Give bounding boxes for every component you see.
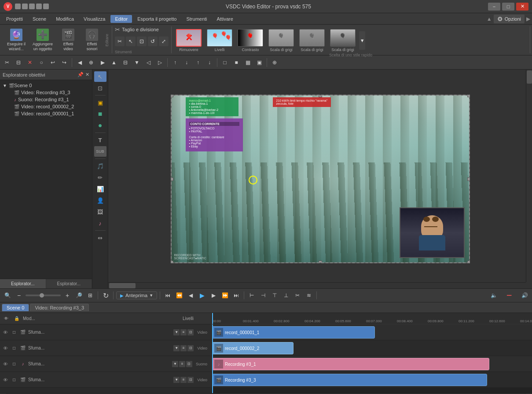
menu-attivare[interactable]: Attivare: [213, 15, 238, 23]
move-down2-button[interactable]: ↓: [204, 57, 215, 68]
track2-lock[interactable]: □: [11, 345, 18, 352]
zoom-in-button[interactable]: 🔎: [74, 291, 84, 300]
track1-ctrl2[interactable]: ≡: [180, 329, 187, 335]
tree-item-video3[interactable]: 🎬 Video: Recording #3_3: [0, 89, 92, 96]
style-scala1[interactable]: 🎈 Scala di grigi: [267, 28, 296, 53]
zoom-slider[interactable]: [26, 295, 61, 296]
menu-progetti[interactable]: Progetti: [2, 15, 27, 23]
tool-text[interactable]: T: [94, 135, 106, 145]
redo-button[interactable]: ↪: [59, 57, 70, 68]
track1-eye[interactable]: 👁: [2, 329, 9, 336]
size2-button[interactable]: ■: [231, 57, 242, 68]
move-down-button[interactable]: ↓: [181, 57, 192, 68]
skip-end-button[interactable]: ⏭: [231, 291, 241, 300]
clip-record-000001-1[interactable]: 🎬 record_000001_1: [212, 326, 375, 339]
zoom-thumb[interactable]: [40, 293, 44, 298]
style-scala2[interactable]: 🎈 Scala di grigi: [297, 28, 327, 53]
tool-subtitle[interactable]: SUB: [94, 146, 106, 157]
tool-select-button[interactable]: ✂: [115, 37, 125, 46]
track4-lock[interactable]: □: [11, 376, 18, 383]
aggiungere-oggetto-button[interactable]: ➕ Aggiungereun oggetto: [30, 27, 55, 53]
track4-ctrl2[interactable]: ≡: [180, 377, 187, 383]
maximize-button[interactable]: □: [502, 3, 514, 11]
tool-music[interactable]: ♪: [94, 218, 106, 228]
tool-image[interactable]: 🖼: [94, 206, 106, 217]
preview-scrollbar-vertical[interactable]: [526, 70, 532, 282]
sel-in-button[interactable]: ⊤: [270, 291, 279, 300]
win-control-2[interactable]: [22, 4, 28, 9]
fast-fwd-button[interactable]: ⏩: [220, 291, 230, 300]
win-control-3[interactable]: [29, 4, 35, 9]
zoom-minus-button[interactable]: −: [14, 291, 24, 300]
h-scroll-thumb[interactable]: [109, 283, 136, 288]
effetti-sonori-button[interactable]: 🎧 Effettisonori: [81, 27, 103, 53]
mark-out-button[interactable]: ⊣: [258, 291, 268, 300]
track3-lock[interactable]: □: [11, 361, 18, 368]
track2-ctrl2[interactable]: ≡: [180, 345, 187, 351]
win-control-5[interactable]: [43, 4, 49, 9]
tool-chart[interactable]: 📊: [94, 184, 106, 194]
vol-slider-area[interactable]: ━━: [500, 291, 518, 300]
style-rimuovere[interactable]: ✕ 🎈 Rimuovere: [174, 28, 203, 53]
align-left-button[interactable]: ◀: [74, 57, 85, 68]
tool-expand[interactable]: ⇔: [94, 232, 106, 243]
timeline-tab-rec33[interactable]: Video: Recording #3_3: [30, 304, 89, 311]
menu-opzioni[interactable]: ⚙ Opzioni: [494, 15, 525, 23]
clip-recording-3-1[interactable]: ♪ Recording #3_1: [212, 358, 489, 370]
minimize-button[interactable]: −: [488, 3, 500, 11]
undo-button[interactable]: ↩: [48, 57, 58, 68]
track1-ctrl3[interactable]: ⊡: [187, 329, 194, 335]
frame-fwd-button[interactable]: ▶: [209, 291, 218, 300]
v-scroll-thumb[interactable]: [527, 70, 532, 84]
style-contrasto[interactable]: 🎈 Contrasto: [236, 28, 265, 53]
track3-ctrl1[interactable]: ▼: [172, 361, 178, 367]
tool-arrow-button[interactable]: ↖: [126, 37, 136, 46]
vol-down-button[interactable]: 🔈: [489, 291, 499, 300]
track4-ctrl3[interactable]: ⊡: [187, 377, 194, 383]
playhead[interactable]: [212, 313, 213, 324]
sidebar-tab-2[interactable]: Esplorator...: [46, 279, 92, 288]
menu-esporta[interactable]: Esporta il progetto: [133, 15, 181, 23]
style-scala3[interactable]: 🎈 Scala di grigi: [328, 28, 357, 53]
track4-ctrl1[interactable]: ▼: [173, 377, 180, 383]
track1-ctrl1[interactable]: ▼: [173, 329, 180, 335]
clip-record-000002-2[interactable]: 🎬 record_000002_2: [212, 342, 294, 354]
effetti-video-button[interactable]: 🎬 Effettivideo: [57, 27, 79, 53]
close-button[interactable]: ✕: [516, 3, 528, 11]
grid-button[interactable]: ▦: [242, 57, 253, 68]
tree-item-video1[interactable]: 🎬 Video: record_000001_1: [0, 110, 92, 117]
menu-editor[interactable]: Editor: [110, 15, 132, 23]
handle-top-mid[interactable]: [319, 95, 322, 97]
align-center-button[interactable]: ⊕: [86, 57, 96, 68]
tool-audio[interactable]: 🎵: [94, 161, 106, 171]
delete-button[interactable]: ✕: [25, 57, 35, 68]
ripple-button[interactable]: ≋: [304, 291, 314, 300]
align-mid-button[interactable]: ⊟: [120, 57, 131, 68]
handle-left-mid[interactable]: [171, 177, 173, 181]
handle-bottom-right[interactable]: [467, 261, 470, 263]
win-control-4[interactable]: [36, 4, 42, 9]
skip-start-button[interactable]: ⏮: [163, 291, 172, 300]
align-right-button[interactable]: ▶: [97, 57, 108, 68]
menu-modifica[interactable]: Modifica: [51, 15, 78, 23]
align-top-button[interactable]: ▲: [109, 57, 119, 68]
size1-button[interactable]: □: [220, 57, 230, 68]
tool-pointer[interactable]: ↖: [94, 71, 106, 82]
track3-ctrl2[interactable]: ≡: [179, 361, 185, 367]
play-pause-button[interactable]: ▶: [197, 291, 207, 300]
tool-oval[interactable]: ●: [94, 120, 106, 131]
tool-green-rect[interactable]: ■: [94, 109, 106, 119]
menu-scene[interactable]: Scene: [28, 15, 51, 23]
track2-ctrl1[interactable]: ▼: [173, 345, 180, 351]
vol-up-button[interactable]: 🔊: [520, 291, 529, 300]
zoom-fit-button[interactable]: ⊞: [85, 291, 95, 300]
zoom-out-button[interactable]: 🔍: [3, 291, 12, 300]
tool-select-rect[interactable]: ⊡: [94, 83, 106, 93]
handle-right-mid[interactable]: [467, 177, 470, 181]
clip-recording-3-3[interactable]: 🎬 Recording #3_3: [212, 374, 487, 386]
track3-eye[interactable]: 👁: [2, 361, 9, 368]
tool-crop-button[interactable]: ⊡: [137, 37, 147, 46]
handle-bottom-mid[interactable]: [319, 261, 322, 263]
win-control-1[interactable]: [15, 4, 21, 9]
track1-lock[interactable]: □: [11, 329, 18, 336]
